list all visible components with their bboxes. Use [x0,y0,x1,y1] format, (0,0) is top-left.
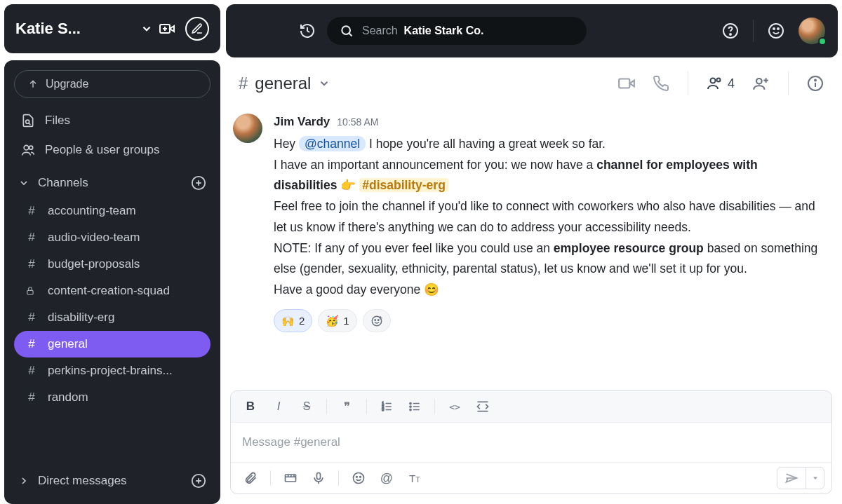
topbar: Search Katie Stark Co. [226,4,838,57]
reaction[interactable]: 🥳1 [318,309,356,333]
channels-section-header[interactable]: Channels [11,165,213,196]
video-attach-icon[interactable] [278,467,303,489]
bullet-list-button[interactable] [402,395,427,418]
channel-label: audio-video-team [48,231,140,245]
workspace-header: Katie S... [4,4,220,53]
channel-item-audio-video-team[interactable]: #audio-video-team [14,224,210,251]
send-button[interactable] [777,468,806,489]
send-options-button[interactable] [806,468,824,489]
codeblock-button[interactable] [470,395,495,418]
avatar[interactable] [798,18,825,44]
svg-point-48 [410,409,411,410]
hash-icon: # [25,390,38,404]
svg-point-47 [410,406,411,407]
formatting-toolbar: B I S ❞ 123 <> [231,391,831,423]
chevron-down-icon[interactable] [140,22,153,35]
sidebar: Katie S... Upgrade Files People & user g… [0,0,220,504]
reaction[interactable]: 🙌2 [274,309,312,333]
channel-name: general [255,74,311,93]
emoji-icon[interactable] [768,22,784,39]
dm-section-header[interactable]: Direct messages [11,463,213,494]
audio-call-icon[interactable] [653,75,669,92]
compose-icon[interactable] [185,17,209,41]
attach-icon[interactable] [238,467,263,489]
channel-label: perkins-project-brains... [48,364,173,378]
channel-label: disability-erg [48,311,114,325]
message-input[interactable]: Message #general [231,423,831,462]
chevron-down-icon [318,77,330,90]
code-button[interactable]: <> [442,395,467,418]
message-avatar[interactable] [233,114,262,143]
svg-point-60 [360,477,361,478]
mic-icon[interactable] [306,467,331,489]
channel-item-content-creation-squad[interactable]: content-creation-squad [14,278,210,304]
search-context: Katie Stark Co. [404,25,484,36]
video-call-icon[interactable] [617,74,636,93]
add-dm-icon[interactable] [191,473,206,489]
mention-button[interactable]: @ [374,467,399,489]
channel-item-random[interactable]: #random [14,384,210,411]
new-video-icon[interactable] [159,20,175,37]
lock-icon [25,286,38,296]
message-author[interactable]: Jim Vardy [274,112,330,132]
italic-button[interactable]: I [266,395,291,418]
channel-item-accounting-team[interactable]: #accounting-team [14,198,210,224]
reactions: 🙌2 🥳1 [274,309,824,333]
svg-point-34 [377,319,379,320]
add-member-icon[interactable] [751,74,770,93]
svg-line-5 [29,123,30,125]
mention[interactable]: @channel [299,136,366,151]
search-icon [340,24,354,38]
upload-icon [27,79,39,90]
svg-point-4 [26,120,29,123]
ordered-list-button[interactable]: 123 [374,395,399,418]
file-search-icon [21,114,35,128]
workspace-name[interactable]: Katie S... [15,20,135,38]
emoji-picker-icon[interactable] [346,467,371,489]
channel-header: # general 4 [220,57,842,109]
history-icon[interactable] [299,22,316,39]
strike-button[interactable]: S [294,395,319,418]
channel-link[interactable]: #disability-erg [359,178,448,192]
svg-point-26 [756,79,762,84]
member-count-value: 4 [728,76,735,91]
channel-name-dropdown[interactable]: # general [239,74,330,93]
add-channel-icon[interactable] [191,175,206,191]
member-count[interactable]: 4 [707,75,735,92]
channel-label: content-creation-squad [48,284,170,298]
channel-item-budget-proposals[interactable]: #budget-proposals [14,251,210,278]
info-icon[interactable] [807,75,824,92]
svg-point-19 [769,24,783,38]
add-reaction-button[interactable] [363,309,391,333]
upgrade-button[interactable]: Upgrade [14,70,210,98]
sidebar-item-files[interactable]: Files [11,107,213,135]
message-area: Jim Vardy 10:58 AM Hey @channel I hope y… [220,109,842,381]
attachment-toolbar: @ TT [231,462,831,493]
hash-icon: # [25,231,38,245]
channel-item-general[interactable]: #general [14,331,210,357]
dm-label: Direct messages [38,474,127,488]
search-input[interactable]: Search Katie Stark Co. [327,17,587,45]
hash-icon: # [25,337,38,351]
channel-item-disability-erg[interactable]: #disability-erg [14,304,210,331]
channel-item-perkins-project-brains-[interactable]: #perkins-project-brains... [14,357,210,384]
svg-point-6 [24,145,29,150]
svg-point-58 [354,473,364,484]
text-format-icon[interactable]: TT [402,467,427,489]
quote-button[interactable]: ❞ [334,395,359,418]
sidebar-body: Upgrade Files People & user groups Chann… [4,60,220,504]
upgrade-label: Upgrade [46,78,88,90]
bold-button[interactable]: B [238,395,263,418]
help-icon[interactable] [722,22,739,39]
svg-rect-56 [317,473,321,479]
main-area: Search Katie Stark Co. # general [220,0,842,504]
svg-point-18 [730,34,731,35]
send-icon [784,471,798,485]
svg-point-15 [342,26,350,34]
members-icon [707,75,723,92]
svg-point-21 [777,28,779,29]
presence-dot [818,37,827,46]
hash-icon: # [25,364,38,378]
sidebar-item-people[interactable]: People & user groups [11,136,213,164]
channels-label: Channels [38,176,88,190]
